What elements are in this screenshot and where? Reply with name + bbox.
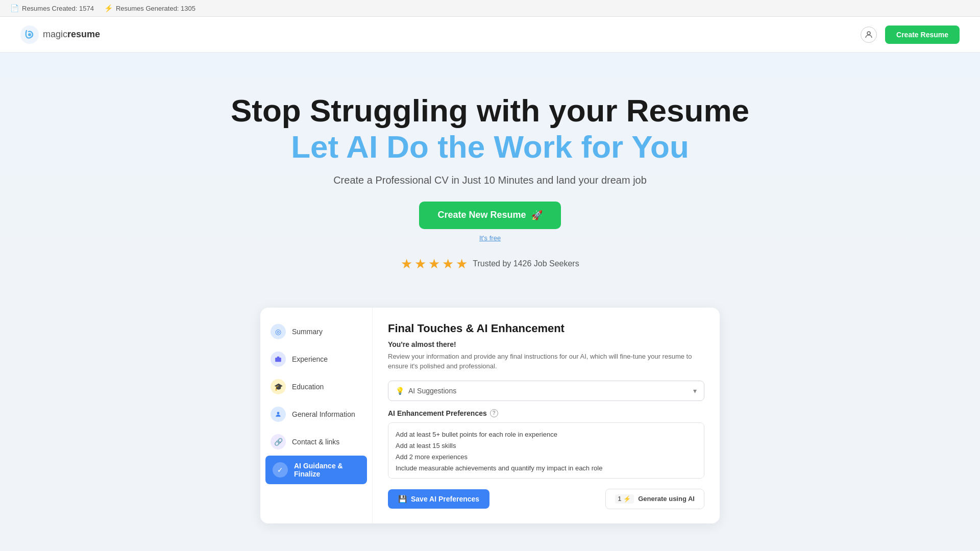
hero-title-line2: Let AI Do the Work for You (10, 128, 970, 166)
experience-icon (271, 352, 286, 367)
document-icon: 📄 (10, 4, 19, 12)
bolt-icon: ⚡ (104, 4, 113, 12)
trusted-text: Trusted by 1426 Job Seekers (473, 259, 579, 268)
widget-card: ◎ Summary Experience 🎓 Education General… (260, 308, 720, 523)
almost-there-text: You're almost there! (388, 340, 704, 348)
resumes-generated-stat: ⚡ Resumes Generated: 1305 (104, 4, 195, 12)
bolt-small-icon: ⚡ (623, 495, 631, 503)
sidebar-label-contact: Contact & links (292, 438, 339, 446)
sidebar-item-general-info[interactable]: General Information (260, 400, 372, 428)
summary-icon: ◎ (271, 324, 286, 339)
its-free-link[interactable]: It's free (10, 234, 970, 242)
sidebar-item-ai-finalize[interactable]: ✓ AI Guidance & Finalize (265, 456, 367, 484)
sidebar-label-experience: Experience (292, 355, 328, 363)
star-2: ★ (414, 256, 426, 272)
info-icon[interactable]: ? (490, 409, 498, 417)
star-rating: ★ ★ ★ ★ ★ (401, 256, 468, 272)
resumes-created-stat: 📄 Resumes Created: 1574 (10, 4, 94, 12)
logo[interactable]: magicresume (20, 26, 100, 44)
generate-count-badge: 1 ⚡ (615, 494, 634, 504)
sidebar-item-education[interactable]: 🎓 Education (260, 373, 372, 400)
logo-text: magicresume (43, 29, 100, 40)
section-title: Final Touches & AI Enhancement (388, 322, 704, 335)
ai-finalize-icon: ✓ (273, 462, 288, 478)
header: magicresume Create Resume (0, 17, 980, 53)
hero-section: Stop Struggling with your Resume Let AI … (0, 53, 980, 297)
star-4: ★ (442, 256, 454, 272)
sidebar-item-experience[interactable]: Experience (260, 345, 372, 373)
trust-row: ★ ★ ★ ★ ★ Trusted by 1426 Job Seekers (10, 256, 970, 272)
resumes-created-label: Resumes Created: 1574 (22, 5, 94, 12)
svg-rect-3 (275, 358, 281, 362)
education-icon: 🎓 (271, 379, 286, 394)
star-1: ★ (401, 256, 412, 272)
action-row: 💾 Save AI Preferences 1 ⚡ Generate using… (388, 489, 704, 509)
widget-sidebar: ◎ Summary Experience 🎓 Education General… (260, 308, 373, 523)
widget-section: ◎ Summary Experience 🎓 Education General… (0, 297, 980, 551)
save-ai-preferences-button[interactable]: 💾 Save AI Preferences (388, 489, 489, 509)
hero-subtitle: Create a Professional CV in Just 10 Minu… (10, 174, 970, 186)
sidebar-item-summary[interactable]: ◎ Summary (260, 318, 372, 345)
sidebar-label-ai-finalize: AI Guidance & Finalize (294, 462, 360, 478)
ai-suggestions-label: AI Suggestions (408, 387, 456, 395)
ai-prefs-text: AI Enhancement Preferences (388, 409, 487, 417)
sidebar-label-general-info: General Information (292, 410, 355, 418)
save-icon: 💾 (398, 495, 407, 503)
topbar: 📄 Resumes Created: 1574 ⚡ Resumes Genera… (0, 0, 980, 17)
resumes-generated-label: Resumes Generated: 1305 (116, 5, 195, 12)
svg-point-2 (867, 32, 870, 35)
chevron-down-icon: ▾ (693, 387, 697, 395)
ai-bulb-icon: 💡 (396, 387, 404, 395)
review-text: Review your information and provide any … (388, 352, 704, 371)
star-5: ★ (456, 256, 468, 272)
ai-suggestions-dropdown[interactable]: 💡 AI Suggestions ▾ (388, 381, 704, 401)
create-resume-header-button[interactable]: Create Resume (885, 26, 960, 44)
header-right: Create Resume (861, 26, 960, 44)
user-account-icon[interactable] (861, 27, 877, 43)
general-info-icon (271, 407, 286, 422)
hero-title-line1: Stop Struggling with your Resume (10, 93, 970, 128)
ai-prefs-textarea[interactable]: Add at least 5+ bullet points for each r… (388, 422, 704, 479)
ai-suggestions-left: 💡 AI Suggestions (396, 387, 456, 395)
svg-point-1 (28, 33, 31, 36)
generate-using-ai-button[interactable]: 1 ⚡ Generate using AI (605, 489, 704, 509)
widget-main-content: Final Touches & AI Enhancement You're al… (373, 308, 720, 523)
contact-icon: 🔗 (271, 434, 286, 449)
sidebar-label-education: Education (292, 383, 324, 391)
rocket-icon: 🚀 (531, 210, 543, 221)
ai-prefs-label: AI Enhancement Preferences ? (388, 409, 704, 417)
star-3: ★ (428, 256, 440, 272)
create-new-resume-button[interactable]: Create New Resume 🚀 (419, 202, 560, 229)
sidebar-label-summary: Summary (292, 328, 323, 336)
sidebar-item-contact[interactable]: 🔗 Contact & links (260, 428, 372, 456)
svg-point-4 (277, 412, 280, 414)
logo-icon (20, 26, 39, 44)
